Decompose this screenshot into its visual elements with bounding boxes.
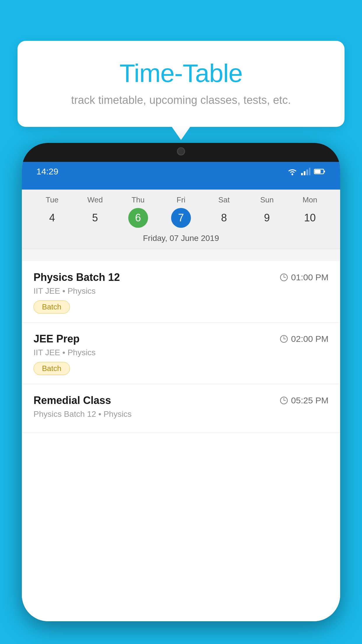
calendar-date-label: Friday, 07 June 2019: [22, 231, 340, 249]
svg-rect-7: [315, 170, 321, 173]
schedule-item-header: JEE Prep02:00 PM: [34, 333, 328, 345]
status-bar: 14:29: [22, 162, 340, 181]
day-name: Tue: [46, 195, 59, 204]
svg-point-0: [291, 174, 293, 175]
calendar-day-col[interactable]: Sun9: [245, 195, 288, 228]
day-number[interactable]: 10: [300, 208, 320, 228]
phone-frame: 14:29: [22, 143, 340, 621]
schedule-item[interactable]: Remedial Class05:25 PMPhysics Batch 12 •…: [22, 384, 340, 433]
calendar-days-row: Tue4Wed5Thu6Fri7Sat8Sun9Mon10: [22, 190, 340, 231]
calendar-strip: Tue4Wed5Thu6Fri7Sat8Sun9Mon10 Friday, 07…: [22, 190, 340, 249]
clock-icon: [280, 335, 288, 343]
svg-rect-3: [306, 169, 308, 175]
front-camera: [177, 147, 185, 155]
batch-badge: Batch: [34, 362, 70, 375]
status-icons: [287, 167, 326, 176]
day-name: Thu: [131, 195, 145, 204]
day-number[interactable]: 9: [257, 208, 277, 228]
day-name: Wed: [87, 195, 103, 204]
bubble-subtitle: track timetable, upcoming classes, tests…: [41, 94, 321, 106]
svg-rect-4: [309, 168, 310, 175]
signal-icon: [301, 168, 310, 175]
speech-bubble-section: Time-Table track timetable, upcoming cla…: [17, 41, 345, 127]
schedule-item-header: Remedial Class05:25 PM: [34, 394, 328, 407]
svg-rect-1: [301, 173, 303, 175]
schedule-item-time: 01:00 PM: [280, 272, 328, 282]
time-text: 01:00 PM: [291, 272, 328, 282]
calendar-day-col[interactable]: Sat8: [203, 195, 245, 228]
schedule-item-name: Remedial Class: [34, 394, 111, 407]
schedule-item[interactable]: JEE Prep02:00 PMIIT JEE • PhysicsBatch: [22, 323, 340, 384]
svg-rect-2: [304, 171, 305, 175]
schedule-item-time: 02:00 PM: [280, 334, 328, 344]
schedule-item-meta: IIT JEE • Physics: [34, 348, 328, 357]
calendar-day-col[interactable]: Tue4: [31, 195, 73, 228]
day-number[interactable]: 8: [214, 208, 234, 228]
schedule-item-name: JEE Prep: [34, 333, 80, 345]
clock-icon: [280, 396, 288, 405]
day-name: Mon: [303, 195, 317, 204]
svg-rect-6: [324, 171, 325, 172]
day-number[interactable]: 7: [171, 208, 191, 228]
calendar-divider: [22, 249, 340, 249]
time-text: 05:25 PM: [291, 396, 328, 405]
bubble-title: Time-Table: [41, 58, 321, 88]
calendar-day-col[interactable]: Thu6: [117, 195, 159, 228]
speech-bubble-card: Time-Table track timetable, upcoming cla…: [17, 41, 345, 127]
day-name: Fri: [177, 195, 185, 204]
schedule-item-meta: Physics Batch 12 • Physics: [34, 410, 328, 419]
status-time: 14:29: [36, 167, 58, 176]
schedule-item-header: Physics Batch 1201:00 PM: [34, 271, 328, 284]
day-name: Sat: [218, 195, 230, 204]
calendar-day-col[interactable]: Wed5: [73, 195, 116, 228]
day-number[interactable]: 4: [42, 208, 62, 228]
time-text: 02:00 PM: [291, 334, 328, 344]
battery-icon: [314, 168, 326, 175]
day-name: Sun: [260, 195, 274, 204]
phone-wrapper: 14:29: [22, 143, 340, 644]
calendar-day-col[interactable]: Fri7: [159, 195, 202, 228]
calendar-day-col[interactable]: Mon10: [289, 195, 331, 228]
schedule-item-time: 05:25 PM: [280, 396, 328, 405]
schedule-item-meta: IIT JEE • Physics: [34, 286, 328, 296]
schedule-item-name: Physics Batch 12: [34, 271, 120, 284]
batch-badge: Batch: [34, 300, 70, 314]
phone-screen: 14:29: [22, 162, 340, 621]
clock-icon: [280, 273, 288, 282]
schedule-list: Physics Batch 1201:00 PMIIT JEE • Physic…: [22, 261, 340, 621]
wifi-icon: [287, 167, 298, 176]
day-number[interactable]: 6: [128, 208, 148, 228]
phone-notch: [152, 143, 210, 159]
day-number[interactable]: 5: [85, 208, 105, 228]
schedule-item[interactable]: Physics Batch 1201:00 PMIIT JEE • Physic…: [22, 261, 340, 323]
